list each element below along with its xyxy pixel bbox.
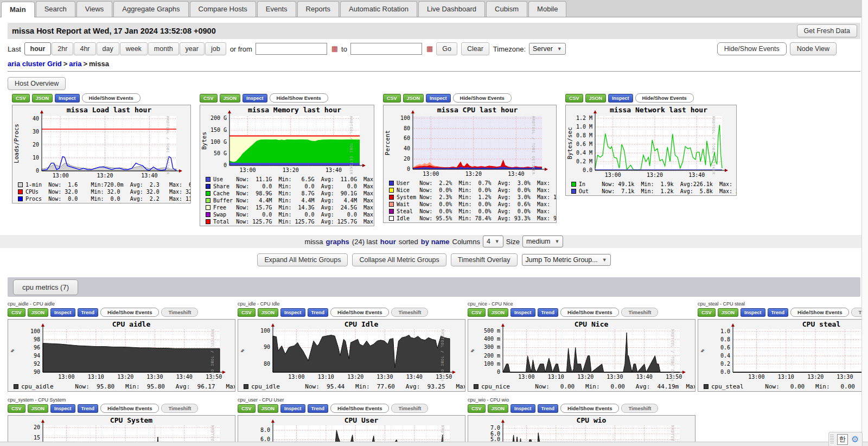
drag-handle[interactable] — [830, 435, 834, 444]
trend-badge[interactable]: Trend — [308, 404, 329, 413]
hide-show-events-pill[interactable]: Hide/Show Events — [790, 308, 849, 317]
calendar-icon-from[interactable]: ▦ — [331, 43, 338, 55]
inspect-badge[interactable]: Inspect — [280, 308, 305, 317]
timeshift-pill[interactable]: Timeshift — [391, 404, 428, 413]
timeshift-pill[interactable]: Timeshift — [161, 404, 198, 413]
graph-image-cpu_idle[interactable]: 809010013:0013:1013:2013:3013:4013:50CPU… — [238, 319, 465, 392]
to-date-input[interactable] — [350, 43, 422, 55]
tab-reports[interactable]: Reports — [297, 1, 340, 17]
tab-views[interactable]: Views — [76, 1, 112, 17]
host-overview-button[interactable]: Host Overview — [8, 77, 66, 90]
range-button-week[interactable]: week — [120, 42, 148, 55]
hide-show-events-pill[interactable]: Hide/Show Events — [560, 308, 619, 317]
range-button-job[interactable]: job — [205, 42, 226, 55]
inspect-badge[interactable]: Inspect — [242, 94, 267, 103]
tab-live-dashboard[interactable]: Live Dashboard — [418, 1, 485, 17]
get-fresh-data-button[interactable]: Get Fresh Data — [797, 24, 857, 37]
trend-badge[interactable]: Trend — [768, 308, 789, 317]
json-badge[interactable]: JSON — [258, 404, 279, 413]
tab-search[interactable]: Search — [36, 1, 75, 17]
graph-image-memory[interactable]: 050 G100 G150 G200 G13:0013:2013:40missa… — [200, 105, 374, 226]
from-date-input[interactable] — [256, 43, 327, 55]
json-badge[interactable]: JSON — [32, 94, 53, 103]
breadcrumb-aria-cluster-grid[interactable]: aria cluster Grid — [8, 60, 62, 68]
tab-mobile[interactable]: Mobile — [528, 1, 566, 17]
inspect-badge[interactable]: Inspect — [510, 404, 535, 413]
timeshift-overlay-button[interactable]: Timeshift Overlay — [451, 253, 518, 266]
node-view-button[interactable]: Node View — [790, 42, 837, 55]
csv-badge[interactable]: CSV — [200, 94, 218, 103]
csv-badge[interactable]: CSV — [8, 404, 25, 413]
csv-badge[interactable]: CSV — [565, 94, 583, 103]
hide-show-events-pill[interactable]: Hide/Show Events — [330, 308, 389, 317]
collapse-all-metric-groups-button[interactable]: Collapse All Metric Groups — [352, 253, 446, 266]
hide-show-events-pill[interactable]: Hide/Show Events — [560, 404, 619, 413]
timeshift-pill[interactable]: Timeshift — [621, 404, 658, 413]
hide-show-events-pill[interactable]: Hide/Show Events — [453, 93, 512, 103]
columns-select[interactable]: 4 ▼ — [483, 235, 503, 247]
tab-automatic-rotation[interactable]: Automatic Rotation — [340, 1, 417, 17]
json-badge[interactable]: JSON — [28, 308, 49, 317]
json-badge[interactable]: JSON — [488, 308, 509, 317]
inspect-badge[interactable]: Inspect — [426, 94, 451, 103]
graph-image-cpu[interactable]: 02040608010013:0013:2013:40missa CPU las… — [383, 105, 557, 223]
json-badge[interactable]: JSON — [403, 94, 424, 103]
json-badge[interactable]: JSON — [488, 404, 509, 413]
hide-show-events-pill[interactable]: Hide/Show Events — [330, 404, 389, 413]
calendar-icon-to[interactable]: ▦ — [426, 43, 433, 55]
timeshift-pill[interactable]: Timeshift — [621, 308, 658, 317]
inspect-badge[interactable]: Inspect — [741, 308, 765, 317]
ime-language-button[interactable]: 한 — [837, 434, 848, 445]
jump-to-metric-group-select[interactable]: Jump To Metric Group...▼ — [522, 254, 611, 266]
json-badge[interactable]: JSON — [585, 94, 607, 103]
csv-badge[interactable]: CSV — [8, 308, 25, 317]
range-button-2hr[interactable]: 2hr — [52, 42, 73, 55]
inspect-badge[interactable]: Inspect — [510, 308, 535, 317]
range-button-month[interactable]: month — [148, 42, 179, 55]
range-button-year[interactable]: year — [180, 42, 205, 55]
range-button-day[interactable]: day — [97, 42, 119, 55]
timeshift-pill[interactable]: Timeshift — [391, 308, 428, 317]
tab-main[interactable]: Main — [1, 2, 35, 17]
cpu-metrics-toggle[interactable]: cpu metrics (7) — [13, 279, 78, 295]
inspect-badge[interactable]: Inspect — [608, 94, 633, 103]
csv-badge[interactable]: CSV — [468, 404, 486, 413]
trend-badge[interactable]: Trend — [538, 404, 559, 413]
inspect-badge[interactable]: Inspect — [55, 94, 80, 103]
hide-show-events-pill[interactable]: Hide/Show Events — [635, 93, 694, 103]
csv-badge[interactable]: CSV — [12, 94, 30, 103]
tab-events[interactable]: Events — [257, 1, 296, 17]
graph-image-network[interactable]: 0.00.2 M0.4 M0.6 M0.8 M1.0 M1.2 M13:0013… — [565, 105, 737, 196]
hide-show-events-pill[interactable]: Hide/Show Events — [100, 308, 159, 317]
range-button-hour[interactable]: hour — [24, 42, 52, 55]
inspect-badge[interactable]: Inspect — [280, 404, 305, 413]
csv-badge[interactable]: CSV — [383, 94, 401, 103]
tab-aggregate-graphs[interactable]: Aggregate Graphs — [113, 1, 188, 17]
go-button[interactable]: Go — [436, 42, 457, 55]
breadcrumb-aria[interactable]: aria — [69, 60, 81, 68]
by-name-link[interactable]: by name — [421, 238, 450, 246]
range-button-4hr[interactable]: 4hr — [74, 42, 95, 55]
timezone-select[interactable]: Server ▼ — [529, 43, 566, 55]
trend-badge[interactable]: Trend — [308, 308, 329, 317]
graph-image-cpu_nice[interactable]: 0100 m200 m300 m400 m500 m13:0013:1013:2… — [468, 319, 695, 392]
csv-badge[interactable]: CSV — [468, 308, 486, 317]
hide-show-events-pill[interactable]: Hide/Show Events — [82, 93, 141, 103]
timeshift-pill[interactable]: Timeshift — [161, 308, 198, 317]
gear-icon[interactable]: ⚙ — [851, 435, 859, 444]
hide-show-events-pill[interactable]: Hide/Show Events — [270, 93, 328, 103]
scrollbar[interactable] — [861, 0, 868, 446]
hour-link[interactable]: hour — [380, 238, 396, 246]
json-badge[interactable]: JSON — [718, 308, 739, 317]
expand-all-metric-groups-button[interactable]: Expand All Metric Groups — [257, 253, 348, 266]
inspect-badge[interactable]: Inspect — [50, 308, 75, 317]
graph-image-cpu_steal[interactable]: 0.00.20.40.60.81.013:0013:1013:2013:3013… — [698, 319, 868, 392]
csv-badge[interactable]: CSV — [238, 308, 256, 317]
json-badge[interactable]: JSON — [28, 404, 49, 413]
csv-badge[interactable]: CSV — [238, 404, 256, 413]
hide-show-events-pill[interactable]: Hide/Show Events — [100, 404, 159, 413]
clear-button[interactable]: Clear — [461, 42, 489, 55]
graph-image-load[interactable]: 01020304013:0013:2013:40missa Load last … — [12, 105, 191, 203]
graph-image-cpu_aidle[interactable]: 909294969810013:0013:1013:2013:3013:4013… — [8, 319, 235, 392]
trend-badge[interactable]: Trend — [78, 404, 99, 413]
